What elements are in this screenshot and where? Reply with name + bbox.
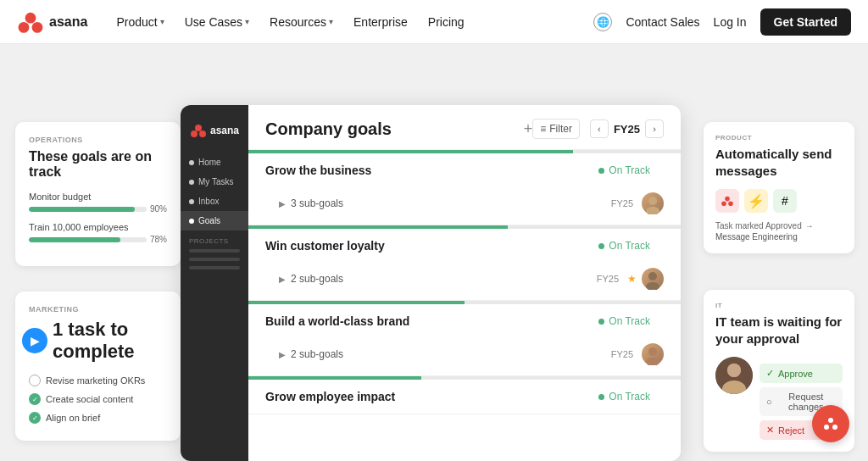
circle-icon: ○	[766, 397, 772, 407]
asana-integration-icon	[715, 189, 739, 213]
expand-icon: ▶	[279, 275, 286, 284]
integration-icons: ⚡ #	[715, 189, 843, 213]
prev-year-button[interactable]: ‹	[590, 119, 609, 138]
left-card-label: OPERATIONS	[29, 136, 167, 144]
goal-sub-row-3[interactable]: ▶ 2 sub-goals FY25	[248, 338, 681, 375]
nav-resources[interactable]: Resources ▾	[261, 10, 342, 34]
goal-name-1: Grow the business	[265, 164, 598, 177]
fab-button[interactable]	[812, 405, 849, 442]
progress-bar-1	[29, 207, 135, 212]
approve-button[interactable]: ✓ Approve	[760, 364, 843, 383]
list-item: ✓ Create social content	[29, 390, 167, 408]
progress-label-2: Train 10,000 employees	[29, 222, 167, 232]
nav-use-cases[interactable]: Use Cases ▾	[176, 10, 258, 34]
status-dot-icon	[598, 168, 604, 174]
svg-point-12	[725, 197, 730, 202]
header-actions: ≡ Filter ‹ FY25 ›	[532, 119, 664, 139]
sidebar-project-1	[189, 249, 240, 253]
task-approved-text: Task marked Approved	[715, 221, 802, 230]
svg-point-8	[648, 272, 657, 280]
log-in-link[interactable]: Log In	[714, 15, 747, 29]
right-card-product-label: PRODUCT	[715, 134, 843, 142]
sidebar-project-3	[189, 266, 240, 269]
globe-icon[interactable]: 🌐	[593, 13, 612, 31]
progress-item-1: Monitor budget 90%	[29, 192, 167, 214]
svg-point-9	[646, 282, 659, 290]
x-icon: ✕	[766, 425, 774, 436]
sidebar-project-2	[189, 258, 240, 261]
goal-row-3[interactable]: Build a world-class brand On Track	[248, 304, 681, 338]
check-icon: ✓	[766, 368, 774, 379]
filter-button[interactable]: ≡ Filter	[532, 119, 580, 139]
product-chevron-icon: ▾	[160, 17, 164, 26]
bolt-icon: ⚡	[744, 189, 768, 213]
sidebar-asana-icon	[190, 122, 207, 139]
sidebar-item-my-tasks[interactable]: My Tasks	[181, 172, 248, 192]
svg-point-14	[728, 201, 733, 206]
goal-name-3: Build a world-class brand	[265, 314, 598, 328]
goal-name-2: Win customer loyalty	[265, 239, 598, 253]
asana-fab-icon	[822, 415, 839, 432]
svg-point-2	[32, 22, 43, 33]
status-dot-icon	[598, 243, 604, 249]
task-count: 1 task to complete	[53, 319, 167, 363]
avatar-1	[642, 192, 664, 214]
nav-links: Product ▾ Use Cases ▾ Resources ▾ Enterp…	[108, 10, 593, 34]
task-checkbox-open	[29, 375, 41, 386]
modal-header: Company goals + ≡ Filter ‹ FY25 ›	[248, 105, 681, 150]
task-checkbox-done-2: ✓	[29, 412, 41, 424]
goal-sub-row-1[interactable]: ▶ 3 sub-goals FY25	[248, 187, 681, 225]
svg-point-20	[824, 425, 829, 430]
modal-sidebar: asana Home My Tasks Inbox Goals Projects	[181, 105, 248, 461]
task-label-1: Revise marketing OKRs	[46, 375, 145, 386]
nav-right: 🌐 Contact Sales Log In Get Started	[593, 8, 851, 36]
goal-item-3: Build a world-class brand On Track ▶ 2 s…	[248, 301, 681, 376]
filter-icon: ≡	[540, 123, 546, 135]
sidebar-logo-text: asana	[210, 125, 239, 136]
sidebar-item-inbox[interactable]: Inbox	[181, 192, 248, 211]
contact-sales-link[interactable]: Contact Sales	[626, 15, 699, 29]
right-card-top-title: Automatically send messages	[715, 146, 843, 179]
sidebar-item-home[interactable]: Home	[181, 153, 248, 172]
message-engineering-label: Message Engineering	[715, 232, 843, 242]
sidebar-item-goals[interactable]: Goals	[181, 211, 248, 230]
nav-product[interactable]: Product ▾	[108, 10, 172, 34]
next-year-button[interactable]: ›	[645, 119, 664, 138]
star-icon: ★	[627, 273, 637, 285]
progress-label-1: Monitor budget	[29, 192, 167, 202]
goal-row-4[interactable]: Grow employee impact On Track	[248, 380, 681, 414]
goal-status-3: On Track	[598, 315, 650, 327]
year-label: FY25	[614, 123, 640, 136]
svg-point-4	[191, 131, 198, 137]
list-item: Revise marketing OKRs	[29, 371, 167, 390]
svg-point-5	[199, 131, 206, 137]
nav-pricing[interactable]: Pricing	[420, 10, 473, 34]
add-goal-button[interactable]: +	[524, 120, 533, 138]
svg-point-19	[828, 418, 833, 423]
progress-pct-2: 78%	[150, 235, 167, 244]
nav-logo[interactable]: asana	[17, 8, 87, 36]
goal-sub-label-2: 2 sub-goals	[291, 273, 597, 285]
goal-row-2[interactable]: Win customer loyalty On Track	[248, 229, 681, 263]
sidebar-dot-icon	[189, 219, 194, 224]
person-avatar	[715, 357, 753, 394]
goal-sub-row-2[interactable]: ▶ 2 sub-goals FY25 ★	[248, 263, 681, 300]
modal-title: Company goals	[265, 119, 517, 139]
goal-status-2: On Track	[598, 240, 650, 252]
asana-logo-text: asana	[49, 14, 87, 30]
status-dot-icon	[598, 394, 604, 400]
nav-enterprise[interactable]: Enterprise	[345, 10, 416, 34]
goal-status-4: On Track	[598, 391, 650, 403]
blue-arrow-icon: ▶	[22, 328, 47, 353]
svg-point-11	[646, 358, 659, 365]
goal-row-1[interactable]: Grow the business On Track	[248, 153, 681, 187]
progress-pct-1: 90%	[150, 204, 167, 214]
goal-year-1: FY25	[611, 198, 633, 208]
resources-chevron-icon: ▾	[329, 17, 333, 26]
goal-sub-label-1: 3 sub-goals	[291, 197, 611, 209]
sidebar-logo: asana	[181, 115, 248, 146]
get-started-button[interactable]: Get Started	[760, 8, 851, 36]
right-card-bottom-title: IT team is waiting for your approval	[715, 314, 843, 347]
sidebar-dot-icon	[189, 199, 194, 204]
task-approved-row: Task marked Approved →	[715, 221, 843, 230]
